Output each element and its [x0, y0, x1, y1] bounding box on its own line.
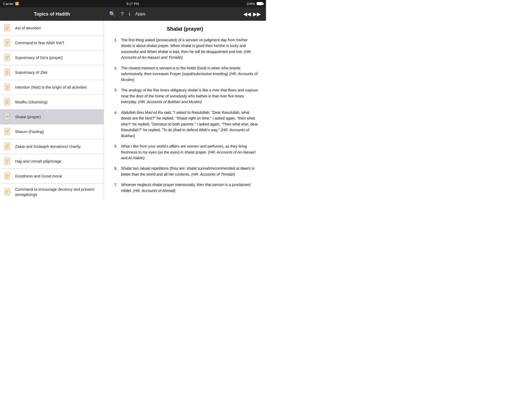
svg-rect-15	[5, 69, 10, 76]
nav-arrows: ◀◀ ▶▶	[243, 11, 261, 17]
hadith-text: Shalat two rakaat repetitions (they are:…	[121, 165, 258, 177]
list-icon	[4, 68, 12, 77]
sidebar-item-hajj[interactable]: Hajj and Umrah pilgrimage	[0, 154, 104, 169]
hadith-text: What I like from your world's affairs ar…	[121, 143, 258, 161]
list-icon	[4, 128, 12, 136]
hadith-number: 8.	[112, 198, 117, 200]
svg-rect-49	[5, 172, 10, 179]
sidebar-item-shaum[interactable]: Shaum (Fasting)	[0, 124, 104, 139]
hadith-text: The closest moment a servant is to the R…	[121, 65, 258, 83]
nav-controls: 🔍 ? i Apps ◀◀ ▶▶	[104, 11, 266, 17]
hadith-text: Abdullah ibnu Mas'ud Ra said, "I asked t…	[121, 110, 258, 139]
svg-rect-20	[5, 84, 10, 90]
sidebar-item-label: Command to fear Allah SWT	[15, 40, 64, 45]
hadith-item: 8.Instruct your children to do shalat pr…	[112, 198, 258, 200]
sidebar-item-label: Zakat and Sodaqoh donations/ charity	[15, 144, 81, 149]
sidebar-item-shalat[interactable]: Shalat (prayer)	[0, 110, 104, 124]
search-icon[interactable]: 🔍	[109, 11, 116, 17]
list-icon	[4, 157, 12, 165]
list-icon	[4, 83, 12, 91]
hadith-number: 7.	[112, 182, 117, 194]
prev-button[interactable]: ◀◀	[243, 11, 251, 17]
sidebar-item-goodness[interactable]: Goodness and Good moral	[0, 169, 104, 184]
sidebar-item-label: Act of devotion	[15, 25, 41, 31]
sidebar-item-label: Intention (Niat) is the origin of all ac…	[15, 85, 87, 90]
hadith-number: 3.	[112, 87, 117, 105]
hadith-text: The analogy of the five times obligatory…	[121, 87, 258, 105]
sidebar-item-wudhu[interactable]: Wudhu (cleansing)	[0, 95, 104, 110]
hadith-item: 7.Whoever neglects shalat prayer intenti…	[112, 182, 258, 194]
apps-button[interactable]: Apps	[135, 11, 145, 17]
wifi-icon: 📶	[15, 2, 19, 5]
hadith-text: Instruct your children to do shalat pray…	[121, 198, 258, 200]
sidebar-item-zakat[interactable]: Zakat and Sodaqoh donations/ charity	[0, 139, 104, 154]
svg-rect-30	[5, 113, 9, 119]
next-button[interactable]: ▶▶	[253, 11, 261, 17]
hadith-item: 2.The closest moment a servant is to the…	[112, 65, 258, 83]
hadith-number: 1.	[112, 37, 117, 61]
status-right: 100%	[247, 2, 263, 6]
hadith-number: 5.	[112, 143, 117, 161]
sidebar-item-act-of-devotion[interactable]: Act of devotion	[0, 21, 104, 36]
nav-bar: Topics of Hadith 🔍 ? i Apps ◀◀ ▶▶	[0, 7, 266, 21]
list-icon	[4, 98, 12, 106]
svg-rect-44	[5, 158, 10, 164]
hadith-item: 1.The first thing asked (prosecuted) of …	[112, 37, 258, 61]
svg-rect-54	[5, 188, 10, 195]
hadith-number: 6.	[112, 165, 117, 177]
list-icon	[4, 188, 12, 196]
battery-fill	[257, 2, 263, 5]
hadith-number: 4.	[112, 110, 117, 139]
hadith-text: Whoever neglects shalat prayer intention…	[121, 182, 258, 194]
hadith-item: 5.What I like from your world's affairs …	[112, 143, 258, 161]
svg-rect-5	[5, 39, 10, 46]
info-icon[interactable]: i	[129, 11, 130, 17]
svg-rect-10	[5, 54, 10, 61]
list-icon	[4, 54, 12, 62]
main-layout: Act of devotion Command to fear Allah SW…	[0, 21, 266, 200]
help-icon[interactable]: ?	[121, 11, 124, 17]
list-icon	[4, 24, 12, 32]
hadith-number: 2.	[112, 65, 117, 83]
battery-icon	[257, 2, 263, 5]
sidebar-item-label: Goodness and Good moral	[15, 174, 62, 179]
nav-title: Topics of Hadith	[0, 11, 104, 17]
svg-rect-0	[5, 24, 10, 31]
list-icon	[4, 39, 12, 47]
sidebar-item-supremacy-zikir[interactable]: Supremacy of Zikir	[0, 65, 104, 80]
hadith-text: The first thing asked (prosecuted) of a …	[121, 37, 258, 61]
sidebar-item-supremacy-doa[interactable]: Supremacy of Do'a (prayer)	[0, 50, 104, 65]
sidebar-item-label: Supremacy of Zikir	[15, 70, 48, 75]
battery-percentage: 100%	[247, 2, 255, 6]
svg-rect-39	[5, 143, 10, 150]
sidebar: Act of devotion Command to fear Allah SW…	[0, 21, 104, 200]
hadith-list: 1.The first thing asked (prosecuted) of …	[112, 37, 258, 200]
sidebar-item-intention-niat[interactable]: Intention (Niat) is the origin of all ac…	[0, 80, 104, 95]
status-bar: Carrier 📶 9:17 PM 100%	[0, 0, 266, 7]
sidebar-item-label: Hajj and Umrah pilgrimage	[15, 159, 61, 164]
content-title: Shalat (prayer)	[112, 26, 258, 32]
sidebar-item-label: Shaum (Fasting)	[15, 129, 44, 134]
status-left: Carrier 📶	[3, 2, 19, 6]
sidebar-item-label: Wudhu (cleansing)	[15, 99, 48, 105]
hadith-item: 3.The analogy of the five times obligato…	[112, 87, 258, 105]
carrier-label: Carrier	[3, 2, 14, 6]
list-icon	[4, 113, 12, 121]
sidebar-item-label: Command to encourage decency and prevent…	[15, 187, 100, 197]
sidebar-item-command-decency[interactable]: Command to encourage decency and prevent…	[0, 184, 104, 200]
hadith-item: 4.Abdullah ibnu Mas'ud Ra said, "I asked…	[112, 110, 258, 139]
content-area: Shalat (prayer) 1.The first thing asked …	[104, 21, 266, 200]
list-icon	[4, 142, 12, 151]
svg-rect-25	[5, 98, 10, 105]
sidebar-item-label: Shalat (prayer)	[15, 114, 41, 119]
time-display: 9:17 PM	[127, 2, 139, 6]
svg-rect-34	[5, 128, 10, 135]
sidebar-item-label: Supremacy of Do'a (prayer)	[15, 55, 63, 60]
list-icon	[4, 172, 12, 180]
hadith-item: 6.Shalat two rakaat repetitions (they ar…	[112, 165, 258, 177]
sidebar-item-command-fear-allah[interactable]: Command to fear Allah SWT	[0, 36, 104, 50]
